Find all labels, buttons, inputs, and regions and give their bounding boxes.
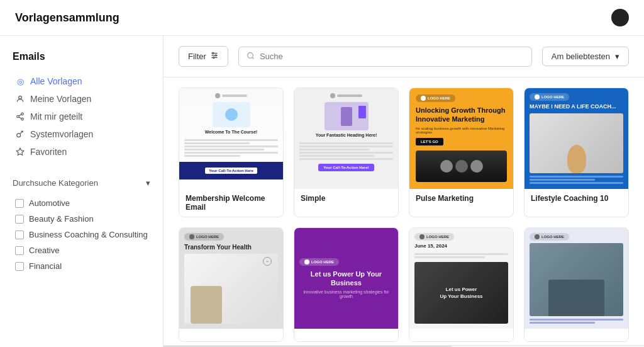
star-icon bbox=[15, 147, 25, 157]
svg-point-10 bbox=[215, 55, 216, 56]
sidebar-section-title: Emails bbox=[13, 51, 150, 62]
category-beauty[interactable]: Beauty & Fashion bbox=[13, 211, 150, 227]
template-label bbox=[179, 329, 283, 341]
checkbox-beauty[interactable] bbox=[15, 215, 24, 224]
template-thumbnail: LOGO HERE Unlocking Growth Through Innov… bbox=[409, 88, 513, 189]
sidebar-item-geteilt[interactable]: Mit mir geteilt bbox=[13, 108, 150, 125]
svg-point-4 bbox=[17, 134, 21, 137]
categories-header-label: Durchsuche Kategorien bbox=[13, 178, 98, 188]
template-thumbnail: LOGO HERE June 15, 2024 Let us PowerUp Y… bbox=[409, 228, 513, 329]
template-label: Lifestyle Coaching 10 bbox=[525, 189, 628, 208]
chevron-down-icon: ▾ bbox=[146, 178, 150, 188]
page-title: Vorlagensammlung bbox=[15, 11, 119, 25]
share-icon bbox=[15, 111, 25, 122]
categories-list: Automotive Beauty & Fashion Business Coa… bbox=[13, 195, 150, 274]
template-card-estate[interactable]: LOGO HERE bbox=[524, 227, 629, 342]
category-label: Business Coaching & Consulting bbox=[29, 230, 148, 239]
search-input[interactable] bbox=[260, 52, 524, 61]
template-card-pulse[interactable]: LOGO HERE Unlocking Growth Through Innov… bbox=[409, 88, 514, 217]
sidebar-item-label: Meine Vorlagen bbox=[30, 94, 91, 104]
search-box bbox=[238, 47, 532, 67]
template-thumbnail: Your Fantastic Heading Here! Your Call-T… bbox=[294, 88, 398, 189]
checkbox-automotive[interactable] bbox=[15, 199, 24, 208]
templates-scroll: Welcome To The Course! Your Call-To-Acti… bbox=[164, 77, 644, 345]
sort-label: Am beliebtesten bbox=[552, 52, 610, 61]
svg-point-3 bbox=[21, 118, 24, 120]
filter-label: Filter bbox=[188, 52, 206, 61]
sidebar-item-label: Favoriten bbox=[30, 147, 67, 157]
template-thumbnail: LOGO HERE Transform Your Health + bbox=[179, 228, 283, 329]
toolbar: Filter Am beliebtesten ▾ bbox=[164, 36, 644, 77]
key-icon bbox=[15, 129, 25, 139]
template-thumbnail: LOGO HERE MAYBE I NEED A LIFE COACH... bbox=[525, 88, 628, 189]
template-card-business2[interactable]: LOGO HERE June 15, 2024 Let us PowerUp Y… bbox=[409, 227, 514, 342]
template-card-purple[interactable]: LOGO HERE Let us Power Up Your Business … bbox=[294, 227, 399, 342]
template-label: Membership Welcome Email bbox=[179, 189, 283, 217]
sidebar-item-label: Alle Vorlagen bbox=[30, 76, 82, 86]
sidebar-item-alle[interactable]: ◎ Alle Vorlagen bbox=[13, 72, 150, 90]
avatar bbox=[611, 9, 629, 26]
template-card-lifestyle[interactable]: LOGO HERE MAYBE I NEED A LIFE COACH... bbox=[524, 88, 629, 217]
search-icon bbox=[247, 52, 255, 62]
template-label bbox=[294, 329, 398, 341]
template-thumbnail: Welcome To The Course! Your Call-To-Acti… bbox=[179, 88, 283, 189]
category-label: Creative bbox=[29, 246, 59, 255]
svg-point-0 bbox=[19, 96, 22, 99]
template-card-health[interactable]: LOGO HERE Transform Your Health + bbox=[179, 227, 284, 342]
category-business[interactable]: Business Coaching & Consulting bbox=[13, 227, 150, 242]
sidebar-item-favoriten[interactable]: Favoriten bbox=[13, 143, 150, 161]
category-automotive[interactable]: Automotive bbox=[13, 195, 150, 211]
template-thumbnail: LOGO HERE Let us Power Up Your Business … bbox=[294, 228, 398, 329]
category-label: Beauty & Fashion bbox=[29, 214, 94, 224]
checkbox-creative[interactable] bbox=[15, 246, 24, 255]
checkbox-financial[interactable] bbox=[15, 262, 24, 271]
filter-button[interactable]: Filter bbox=[179, 46, 228, 67]
svg-point-12 bbox=[248, 52, 253, 58]
sort-dropdown[interactable]: Am beliebtesten ▾ bbox=[542, 47, 629, 66]
category-creative[interactable]: Creative bbox=[13, 242, 150, 258]
template-label bbox=[409, 329, 513, 341]
template-card-membership[interactable]: Welcome To The Course! Your Call-To-Acti… bbox=[179, 88, 284, 217]
categories-header[interactable]: Durchsuche Kategorien ▾ bbox=[13, 178, 150, 188]
template-thumbnail: LOGO HERE bbox=[525, 228, 628, 329]
svg-point-9 bbox=[212, 52, 213, 54]
main-layout: Emails ◎ Alle Vorlagen Meine Vorlagen Mi… bbox=[0, 36, 644, 347]
chevron-down-icon: ▾ bbox=[615, 52, 619, 61]
category-financial[interactable]: Financial bbox=[13, 258, 150, 274]
user-icon bbox=[15, 94, 25, 104]
checkbox-business[interactable] bbox=[15, 230, 24, 239]
svg-line-13 bbox=[252, 57, 253, 59]
svg-marker-5 bbox=[16, 148, 24, 155]
svg-point-11 bbox=[213, 57, 214, 58]
category-label: Financial bbox=[29, 261, 62, 271]
svg-point-2 bbox=[17, 115, 19, 118]
category-label: Automotive bbox=[29, 198, 70, 208]
template-label: Simple bbox=[294, 189, 398, 208]
templates-grid: Welcome To The Course! Your Call-To-Acti… bbox=[179, 88, 629, 342]
content-area: Filter Am beliebtesten ▾ bbox=[164, 36, 644, 347]
sidebar-item-label: Mit mir geteilt bbox=[30, 111, 82, 122]
sidebar: Emails ◎ Alle Vorlagen Meine Vorlagen Mi… bbox=[0, 36, 164, 347]
template-label: Pulse Marketing bbox=[409, 189, 513, 208]
sidebar-item-system[interactable]: Systemvorlagen bbox=[13, 125, 150, 143]
circle-dot-icon: ◎ bbox=[15, 76, 25, 86]
filter-icon bbox=[210, 51, 219, 62]
template-label bbox=[525, 329, 628, 341]
template-card-simple[interactable]: Your Fantastic Heading Here! Your Call-T… bbox=[294, 88, 399, 217]
top-header: Vorlagensammlung bbox=[0, 0, 644, 36]
svg-point-1 bbox=[21, 113, 24, 115]
sidebar-item-meine[interactable]: Meine Vorlagen bbox=[13, 90, 150, 108]
sidebar-item-label: Systemvorlagen bbox=[30, 129, 93, 139]
sidebar-nav: ◎ Alle Vorlagen Meine Vorlagen Mit mir g… bbox=[13, 72, 150, 161]
